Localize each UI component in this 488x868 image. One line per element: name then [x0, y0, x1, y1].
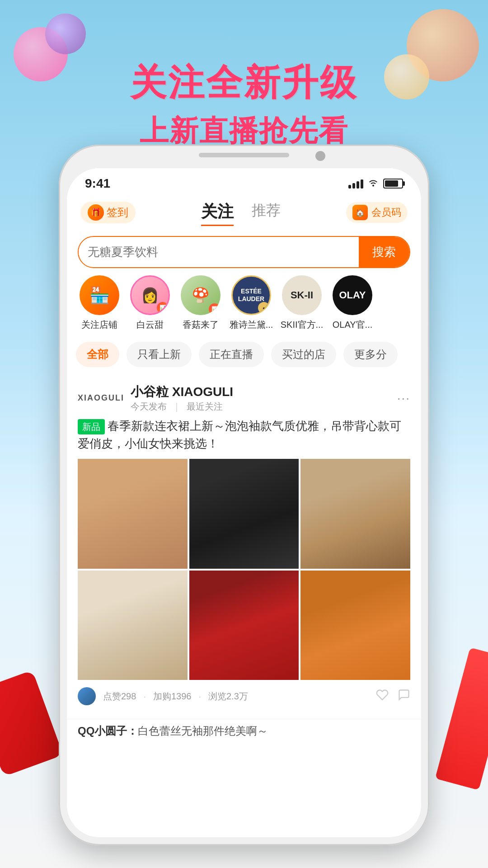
- shop-name-skii: SKII官方...: [281, 319, 323, 331]
- live-badge-xianggu: 📊: [209, 303, 221, 315]
- shop-item-esteelauder[interactable]: ESTÉE LAUDER ● 雅诗兰黛...: [226, 275, 277, 331]
- search-input[interactable]: [79, 238, 359, 266]
- post-image-6[interactable]: [300, 571, 410, 680]
- filter-live[interactable]: 正在直播: [199, 342, 264, 367]
- checkin-label: 签到: [107, 205, 128, 220]
- status-icons: [348, 178, 403, 189]
- post-likes: 点赞298: [103, 690, 136, 703]
- post-image-5[interactable]: [189, 571, 299, 680]
- phone-outer: 9:41: [59, 145, 429, 845]
- comment-text: QQ小圆子：白色蕾丝无袖那件绝美啊～: [78, 724, 410, 738]
- post-image-1[interactable]: [78, 459, 188, 569]
- shop-name: 关注店铺: [81, 319, 117, 331]
- shop-avatar-esteelauder: ESTÉE LAUDER ●: [231, 275, 271, 315]
- search-bar: 搜索: [78, 236, 410, 268]
- post-brand-logo[interactable]: XIAOGULI 小谷粒 XIAOGULI 今天发布 ｜ 最近关注: [78, 383, 233, 413]
- nav-tabs: 🎁 签到 关注 推荐 🏠 会员码: [67, 195, 421, 231]
- shop-name-baiyuntian: 白云甜: [136, 319, 164, 331]
- bg-can-decoration: [0, 670, 63, 777]
- post-header: XIAOGULI 小谷粒 XIAOGULI 今天发布 ｜ 最近关注 ···: [78, 383, 410, 413]
- post-more-button[interactable]: ···: [397, 391, 410, 406]
- status-bar: 9:41: [67, 168, 421, 195]
- brand-logo-text: XIAOGULI: [78, 393, 124, 403]
- post-image-2[interactable]: [189, 459, 299, 569]
- post-follow-label: 最近关注: [187, 401, 223, 413]
- signal-icon: [348, 179, 363, 189]
- wifi-icon: [368, 178, 379, 189]
- shop-item-xianggu[interactable]: 🍄 📊 香菇来了: [175, 275, 226, 331]
- hero-section: 关注全新升级 上新直播抢先看: [0, 59, 488, 151]
- live-badge-estee: ●: [258, 302, 270, 314]
- tab-follow[interactable]: 关注: [201, 199, 234, 226]
- phone-mockup: 9:41: [59, 145, 429, 845]
- shop-avatar-skii: SK-II: [282, 275, 322, 315]
- post-views: 浏览2.3万: [208, 690, 248, 703]
- comment-author: QQ小圆子：: [78, 725, 138, 737]
- post-image-3[interactable]: [300, 459, 410, 569]
- nav-right: 🏠 会员码: [346, 202, 408, 223]
- post-brand-info: 小谷粒 XIAOGULI 今天发布 ｜ 最近关注: [131, 383, 233, 413]
- post-actions: [376, 689, 410, 704]
- comment-body: 白色蕾丝无袖那件绝美啊～: [138, 725, 268, 737]
- shop-item-olay[interactable]: OLAY OLAY官...: [327, 275, 378, 331]
- member-icon: 🏠: [352, 205, 368, 220]
- shops-row: 🏪 关注店铺 👩 📊 白云甜: [67, 275, 421, 338]
- filter-new[interactable]: 只看上新: [127, 342, 192, 367]
- comment-icon[interactable]: [398, 689, 410, 704]
- post-meta-sep: ｜: [172, 401, 181, 413]
- shop-name-olay: OLAY官...: [333, 319, 373, 331]
- post-text: 新品春季新款连衣裙上新～泡泡袖款气质优雅，吊带背心款可爱俏皮，小仙女快来挑选！: [78, 417, 410, 453]
- live-badge: 📊: [157, 302, 169, 314]
- post-meta: 今天发布 ｜ 最近关注: [131, 401, 233, 413]
- comment-preview: QQ小圆子：白色蕾丝无袖那件绝美啊～: [67, 719, 421, 745]
- like-icon[interactable]: [376, 689, 389, 704]
- phone-screen: 9:41: [67, 168, 421, 837]
- phone-camera: [315, 151, 325, 161]
- phone-notch: [199, 153, 289, 157]
- new-badge: 新品: [78, 419, 105, 434]
- member-label: 会员码: [371, 206, 401, 219]
- shop-item-baiyuntian[interactable]: 👩 📊 白云甜: [125, 275, 175, 331]
- post-content: 新品春季新款连衣裙上新～泡泡袖款气质优雅，吊带背心款可爱俏皮，小仙女快来挑选！: [78, 417, 410, 453]
- follow-store-icon: 🏪: [80, 275, 119, 315]
- shop-name-xianggu: 香菇来了: [183, 319, 219, 331]
- checkin-button[interactable]: 🎁 签到: [80, 202, 136, 223]
- nav-left: 🎁 签到: [80, 202, 136, 223]
- tab-recommend[interactable]: 推荐: [252, 199, 281, 226]
- shop-avatar-baiyuntian: 👩 📊: [130, 275, 170, 315]
- author-avatar: [78, 687, 96, 705]
- shop-avatar-olay: OLAY: [333, 275, 372, 315]
- post-footer: 点赞298 · 加购1396 · 浏览2.3万: [78, 687, 410, 705]
- post-stats: 点赞298 · 加购1396 · 浏览2.3万: [78, 687, 248, 705]
- post-card: XIAOGULI 小谷粒 XIAOGULI 今天发布 ｜ 最近关注 ···: [67, 374, 421, 714]
- shop-item-follow-store[interactable]: 🏪 关注店铺: [74, 275, 125, 331]
- search-button[interactable]: 搜索: [359, 237, 409, 267]
- post-cart: 加购1396: [153, 690, 192, 703]
- shop-name-esteelauder: 雅诗兰黛...: [230, 319, 273, 331]
- battery-icon: [383, 179, 403, 189]
- hero-title-line1: 关注全新升级: [0, 59, 488, 108]
- post-image-4[interactable]: [78, 571, 188, 680]
- checkin-icon: 🎁: [88, 204, 104, 221]
- shop-item-skii[interactable]: SK-II SKII官方...: [277, 275, 327, 331]
- filter-bought[interactable]: 买过的店: [271, 342, 336, 367]
- post-date: 今天发布: [131, 401, 167, 413]
- tab-group: 关注 推荐: [201, 199, 281, 226]
- status-time: 9:41: [85, 176, 110, 191]
- post-image-grid[interactable]: [78, 459, 410, 680]
- filter-more[interactable]: 更多分: [343, 342, 398, 367]
- shop-avatar-xianggu: 🍄 📊: [181, 275, 221, 315]
- bg-ribbon-decoration: [435, 647, 488, 790]
- post-brand-name: 小谷粒 XIAOGULI: [131, 383, 233, 401]
- member-button[interactable]: 🏠 会员码: [346, 202, 408, 223]
- filter-all[interactable]: 全部: [76, 342, 119, 367]
- balloon-purple: [45, 14, 86, 54]
- filter-tabs: 全部 只看上新 正在直播 买过的店 更多分: [67, 338, 421, 374]
